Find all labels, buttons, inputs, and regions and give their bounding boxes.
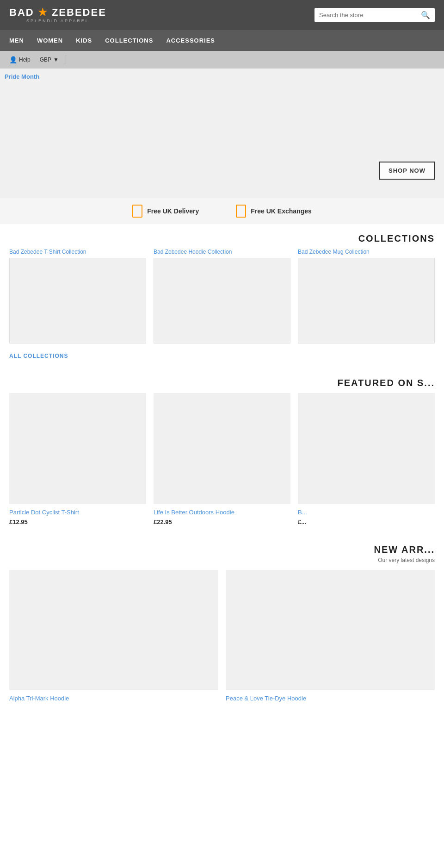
featured-products-grid: Particle Dot Cyclist T-Shirt £12.95 Life… xyxy=(0,393,444,535)
new-arrival-item-1: Peace & Love Tie-Dye Hoodie xyxy=(226,570,435,704)
new-arrival-img-0 xyxy=(9,570,218,690)
product-title-1[interactable]: Life Is Better Outdoors Hoodie xyxy=(154,509,290,516)
currency-icon: ▼ xyxy=(53,56,59,63)
nav-item-collections[interactable]: COLLECTIONS xyxy=(105,31,153,50)
nav-item-accessories[interactable]: ACCESSORIES xyxy=(166,31,215,50)
product-item-0: Particle Dot Cyclist T-Shirt £12.95 xyxy=(9,393,146,526)
exchanges-icon xyxy=(236,205,246,218)
promo-bar: Free UK Delivery Free UK Exchanges xyxy=(0,198,444,224)
collections-grid: Bad Zebedee T-Shirt Collection Bad Zebed… xyxy=(0,249,444,348)
product-title-0[interactable]: Particle Dot Cyclist T-Shirt xyxy=(9,509,146,516)
product-img-2 xyxy=(298,393,435,504)
collection-img-2 xyxy=(298,258,435,343)
collection-img-0 xyxy=(9,258,146,343)
featured-section: FEATURED ON S... Particle Dot Cyclist T-… xyxy=(0,368,444,535)
collections-heading: COLLECTIONS xyxy=(0,224,444,249)
person-icon: 👤 xyxy=(9,56,17,63)
promo-delivery: Free UK Delivery xyxy=(132,205,199,218)
new-arrival-item-0: Alpha Tri-Mark Hoodie xyxy=(9,570,218,704)
nav-item-kids[interactable]: KIDS xyxy=(76,31,92,50)
new-arrivals-heading: NEW ARR... xyxy=(0,544,444,557)
logo[interactable]: BAD ★ ZEBEDEE SPLENDID APPAREL xyxy=(9,7,106,23)
search-input[interactable] xyxy=(319,12,421,19)
product-title-2[interactable]: B... xyxy=(298,509,435,516)
logo-text: BAD ★ ZEBEDEE xyxy=(9,7,106,18)
help-label: Help xyxy=(19,56,31,63)
promo-exchanges: Free UK Exchanges xyxy=(236,205,312,218)
product-item-1: Life Is Better Outdoors Hoodie £22.95 xyxy=(154,393,290,526)
nav-divider xyxy=(66,55,66,64)
promo-exchanges-text: Free UK Exchanges xyxy=(251,207,312,215)
logo-sub: SPLENDID APPAREL xyxy=(9,19,106,23)
collection-item-2: Bad Zebedee Mug Collection xyxy=(298,249,435,343)
delivery-icon xyxy=(132,205,142,218)
currency-label: GBP xyxy=(40,56,51,63)
new-arrivals-grid: Alpha Tri-Mark Hoodie Peace & Love Tie-D… xyxy=(0,570,444,704)
search-button[interactable]: 🔍 xyxy=(421,11,430,19)
collection-title-0[interactable]: Bad Zebedee T-Shirt Collection xyxy=(9,249,146,255)
product-price-2: £... xyxy=(298,518,306,525)
collection-item-1: Bad Zebedee Hoodie Collection xyxy=(154,249,290,343)
product-price-1: £22.95 xyxy=(154,518,172,525)
collection-title-1[interactable]: Bad Zebedee Hoodie Collection xyxy=(154,249,290,255)
collection-item-0: Bad Zebedee T-Shirt Collection xyxy=(9,249,146,343)
nav-item-women[interactable]: WOMEN xyxy=(37,31,63,50)
nav-item-men[interactable]: MEN xyxy=(9,31,24,50)
new-arrivals-sub: Our very latest designs xyxy=(0,557,444,570)
secondary-nav: 👤 Help GBP ▼ xyxy=(0,51,444,69)
product-img-0 xyxy=(9,393,146,504)
product-item-2: B... £... xyxy=(298,393,435,526)
hero-banner: Pride Month SHOP NOW xyxy=(0,69,444,198)
featured-heading: FEATURED ON S... xyxy=(0,368,444,393)
main-nav: MEN WOMEN KIDS COLLECTIONS ACCESSORIES xyxy=(0,30,444,51)
currency-selector[interactable]: GBP ▼ xyxy=(40,56,59,63)
logo-star: ★ xyxy=(38,6,48,18)
hero-label[interactable]: Pride Month xyxy=(5,73,39,80)
product-img-1 xyxy=(154,393,290,504)
shop-now-button[interactable]: SHOP NOW xyxy=(379,162,435,180)
search-bar: 🔍 xyxy=(314,8,435,22)
site-header: BAD ★ ZEBEDEE SPLENDID APPAREL 🔍 xyxy=(0,0,444,30)
new-arrival-title-1[interactable]: Peace & Love Tie-Dye Hoodie xyxy=(226,695,435,702)
new-arrivals-section: NEW ARR... Our very latest designs Alpha… xyxy=(0,535,444,713)
new-arrival-title-0[interactable]: Alpha Tri-Mark Hoodie xyxy=(9,695,218,702)
collections-section: COLLECTIONS Bad Zebedee T-Shirt Collecti… xyxy=(0,224,444,368)
collection-img-1 xyxy=(154,258,290,343)
help-link[interactable]: 👤 Help xyxy=(9,56,31,63)
product-price-0: £12.95 xyxy=(9,518,28,525)
new-arrival-img-1 xyxy=(226,570,435,690)
promo-delivery-text: Free UK Delivery xyxy=(147,207,199,215)
all-collections-link[interactable]: ALL COLLECTIONS xyxy=(9,353,68,359)
collection-title-2[interactable]: Bad Zebedee Mug Collection xyxy=(298,249,435,255)
